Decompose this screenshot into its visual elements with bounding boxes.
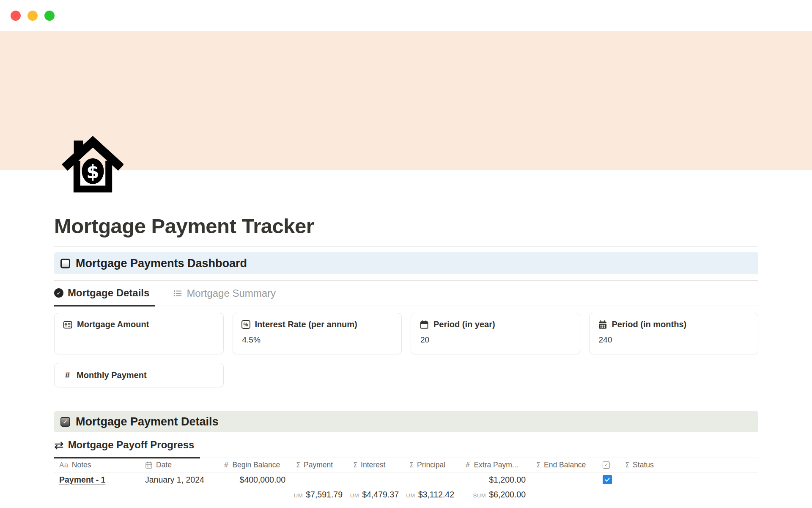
checkbox-icon: ✓	[603, 461, 610, 469]
column-header-paid-checkbox[interactable]: ✓	[598, 461, 621, 469]
aggregate-extra-payment[interactable]: SUM$6,200.00	[461, 490, 532, 500]
cell-extra-payment[interactable]: $1,200.00	[461, 475, 532, 485]
tab-mortgage-summary[interactable]: Mortgage Summary	[173, 287, 276, 306]
dashboard-cards: Mortgage Amount % Interest Rate (per ann…	[54, 313, 758, 354]
column-label: Extra Paym...	[474, 461, 518, 469]
card-mortgage-amount[interactable]: Mortgage Amount	[54, 313, 224, 354]
house-dollar-icon: $	[62, 134, 123, 195]
bullet-list-icon	[173, 289, 182, 298]
aggregate-value: $6,200.00	[489, 490, 526, 499]
column-header-extra-payment[interactable]: # Extra Paym...	[461, 461, 532, 469]
page-title: Mortgage Payment Tracker	[54, 170, 758, 238]
column-label: Begin Balance	[232, 461, 280, 469]
column-header-status[interactable]: Σ Status	[621, 461, 672, 469]
page-icon[interactable]: $	[62, 134, 123, 195]
sum-icon: Σ	[353, 461, 357, 469]
row-title-link[interactable]: Payment - 1	[59, 475, 105, 484]
table-header: Aa Notes Date # Begin Balance Σ Payment …	[54, 458, 758, 472]
card-monthly-payment[interactable]: # Monthly Payment	[54, 363, 224, 387]
sum-icon: Σ	[296, 461, 300, 469]
payment-details-header[interactable]: ✓ Mortgage Payment Details	[54, 411, 758, 432]
column-header-date[interactable]: Date	[145, 461, 223, 469]
card-label: Mortgage Amount	[77, 320, 149, 329]
number-input-icon	[63, 320, 72, 329]
checkbox-unchecked-icon[interactable]	[60, 259, 70, 268]
payment-details-tabbar: ⇄ Mortgage Payoff Progress	[54, 432, 758, 458]
table-row: Payment - 1 January 1, 2024 $400,000.00 …	[54, 472, 758, 487]
column-label: Date	[156, 461, 172, 469]
hash-icon: #	[223, 461, 229, 469]
card-label: Period (in months)	[612, 320, 687, 329]
aggregate-value: $4,479.37	[362, 490, 399, 499]
card-label: Interest Rate (per annum)	[255, 320, 357, 329]
payment-details-header-label: Mortgage Payment Details	[76, 415, 219, 428]
close-button[interactable]	[11, 11, 21, 21]
column-header-end-balance[interactable]: Σ End Balance	[532, 461, 598, 469]
cell-notes[interactable]: Payment - 1	[54, 475, 145, 485]
tab-mortgage-details[interactable]: ✓ Mortgage Details	[54, 287, 155, 306]
column-header-notes[interactable]: Aa Notes	[54, 461, 145, 469]
hash-icon: #	[63, 370, 72, 380]
aggregate-interest[interactable]: UM$4,479.37	[349, 490, 405, 500]
aggregate-value: $7,591.79	[306, 490, 343, 499]
calendar-icon	[420, 320, 429, 329]
card-period-year[interactable]: Period (in year) 20	[411, 313, 580, 354]
column-label: Interest	[361, 461, 385, 469]
check-circle-icon: ✓	[54, 288, 63, 298]
column-header-payment[interactable]: Σ Payment	[292, 461, 349, 469]
divider	[54, 246, 758, 247]
percent-icon: %	[241, 320, 250, 329]
card-label: Period (in year)	[433, 320, 495, 329]
swap-arrows-icon: ⇄	[54, 439, 64, 451]
dashboard-tabbar: ✓ Mortgage Details Mortgage Summary	[54, 281, 758, 306]
dashboard-cards-row2: # Monthly Payment	[54, 363, 758, 387]
sum-icon: Σ	[625, 461, 629, 469]
column-label: Status	[633, 461, 654, 469]
card-value: 4.5%	[242, 335, 393, 345]
calendar-grid-icon	[598, 320, 607, 329]
aggregate-payment[interactable]: UM$7,591.79	[292, 490, 349, 500]
column-header-principal[interactable]: Σ Principal	[405, 461, 461, 469]
column-label: Notes	[72, 461, 91, 469]
aggregate-label: SUM	[473, 492, 486, 499]
card-period-months[interactable]: Period (in months) 240	[589, 313, 759, 354]
dashboard-header-label: Mortgage Payments Dashboard	[76, 257, 247, 270]
aggregate-label: UM	[406, 492, 415, 499]
aggregate-principal[interactable]: UM$3,112.42	[405, 490, 461, 500]
tab-mortgage-payoff-progress[interactable]: ⇄ Mortgage Payoff Progress	[54, 439, 200, 458]
sum-icon: Σ	[409, 461, 414, 469]
minimize-button[interactable]	[27, 11, 38, 21]
card-interest-rate[interactable]: % Interest Rate (per annum) 4.5%	[233, 313, 402, 354]
card-label: Monthly Payment	[77, 370, 147, 380]
aggregate-label: UM	[294, 492, 303, 499]
column-label: End Balance	[544, 461, 586, 469]
card-value: 240	[599, 335, 750, 345]
aggregate-value: $3,112.42	[418, 490, 454, 499]
table-aggregates-row: UM$7,591.79 UM$4,479.37 UM$3,112.42 SUM$…	[54, 487, 758, 502]
text-icon: Aa	[59, 461, 69, 469]
window-titlebar	[0, 0, 812, 31]
cell-begin-balance[interactable]: $400,000.00	[223, 475, 292, 485]
calendar-icon	[145, 461, 153, 469]
check-icon	[604, 477, 610, 483]
cell-paid	[598, 475, 621, 484]
cell-date[interactable]: January 1, 2024	[145, 475, 223, 485]
traffic-lights	[11, 11, 55, 21]
column-header-begin-balance[interactable]: # Begin Balance	[223, 461, 292, 469]
card-value: 20	[420, 335, 571, 345]
column-label: Payment	[304, 461, 333, 469]
hash-icon: #	[465, 461, 470, 469]
sum-icon: Σ	[536, 461, 540, 469]
checkbox-checked-icon[interactable]: ✓	[60, 417, 70, 427]
aggregate-label: UM	[350, 492, 359, 499]
tab-label: Mortgage Summary	[187, 287, 276, 299]
paid-checkbox-checked[interactable]	[603, 475, 612, 484]
zoom-button[interactable]	[44, 11, 55, 21]
tab-label: Mortgage Details	[68, 287, 149, 299]
column-header-interest[interactable]: Σ Interest	[349, 461, 405, 469]
svg-text:$: $	[86, 161, 99, 182]
column-label: Principal	[417, 461, 445, 469]
tab-label: Mortgage Payoff Progress	[68, 439, 195, 451]
dashboard-header[interactable]: Mortgage Payments Dashboard	[54, 252, 758, 274]
